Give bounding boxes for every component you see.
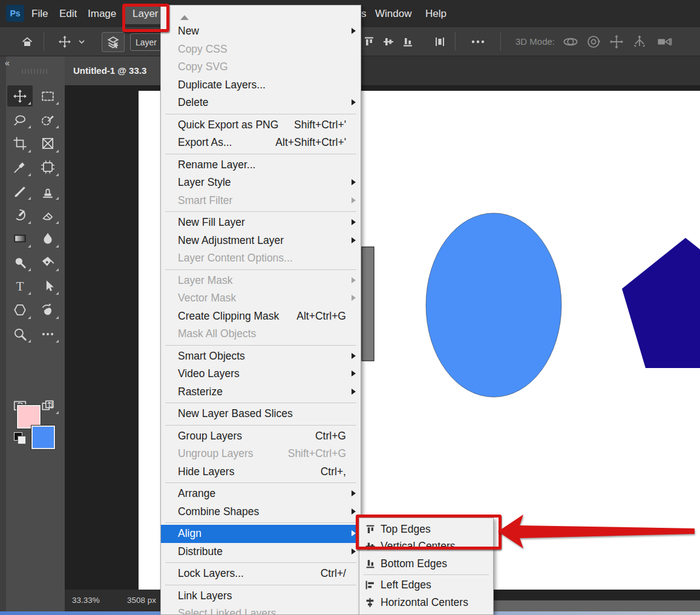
menu-item-select-linked-layers[interactable]: Select Linked Layers <box>161 605 361 615</box>
menu-item-smart-filter[interactable]: Smart Filter <box>161 192 361 210</box>
crop-tool[interactable] <box>7 133 33 154</box>
menu-item-align[interactable]: Align <box>161 525 361 543</box>
more-tool[interactable] <box>35 323 61 344</box>
3d-orbit-button[interactable] <box>561 32 580 51</box>
align-bottom-edges-option[interactable] <box>400 32 416 51</box>
panel-grip[interactable] <box>22 69 48 74</box>
menu-item-new[interactable]: New <box>161 22 361 41</box>
submenu-item-label: Left Edges <box>381 579 431 591</box>
submenu-item-vertical-centers[interactable]: Vertical Centers <box>359 538 493 556</box>
3d-camera-button[interactable] <box>655 32 675 51</box>
path-select-icon <box>41 279 55 294</box>
3d-roll-button[interactable] <box>584 32 603 51</box>
menu-item-shortcut: Alt+Ctrl+G <box>296 310 346 323</box>
brush-tool[interactable] <box>7 180 33 202</box>
move-tool-option-button[interactable] <box>56 32 74 51</box>
selection-brush-tool[interactable] <box>35 109 61 130</box>
home-icon <box>21 35 34 48</box>
collapse-panel-icon[interactable]: « <box>5 58 10 68</box>
lasso-tool[interactable] <box>7 109 33 130</box>
menu-item-distribute[interactable]: Distribute <box>161 543 361 561</box>
clone-stamp-tool[interactable] <box>35 180 61 202</box>
submenu-item-bottom-edges[interactable]: Bottom Edges <box>359 555 493 573</box>
menu-item-rename-layer[interactable]: Rename Layer... <box>161 156 361 174</box>
type-tool[interactable]: T <box>7 275 33 297</box>
blue-ellipse-shape[interactable] <box>426 213 561 397</box>
menu-item-smart-objects[interactable]: Smart Objects <box>161 347 361 366</box>
more-options-button[interactable] <box>466 32 490 51</box>
swap-colors-icon[interactable]: ⇄ <box>45 401 56 409</box>
menu-item-label: Vector Mask <box>178 292 236 304</box>
menu-item-delete[interactable]: Delete <box>161 94 361 112</box>
shape-tool[interactable] <box>7 300 33 321</box>
align-top-edges-option[interactable] <box>361 32 377 51</box>
menu-item-group-layers[interactable]: Group LayersCtrl+G <box>161 427 361 446</box>
3d-slide-button[interactable] <box>630 32 649 51</box>
menu-item-layer-content-options[interactable]: Layer Content Options... <box>161 249 361 268</box>
gray-rectangle-shape[interactable] <box>362 247 374 361</box>
default-colors-icon[interactable] <box>14 432 26 444</box>
menubar-item-layer[interactable]: Layer <box>125 4 166 24</box>
3d-pan-button[interactable] <box>607 32 626 51</box>
move-tool[interactable] <box>7 85 33 107</box>
eyedropper-tool[interactable] <box>7 157 33 178</box>
menu-item-copy-css[interactable]: Copy CSS <box>161 41 361 59</box>
gradient-tool[interactable] <box>7 228 33 249</box>
align-vertical-centers-option[interactable] <box>381 32 396 51</box>
dodge-tool[interactable] <box>7 252 33 273</box>
menu-item-copy-svg[interactable]: Copy SVG <box>161 58 361 76</box>
menu-item-link-layers[interactable]: Link Layers <box>161 587 361 605</box>
home-button[interactable] <box>17 32 38 51</box>
chevron-down-icon <box>77 38 86 46</box>
menu-item-label: Distribute <box>178 545 223 558</box>
menu-item-layer-style[interactable]: Layer Style <box>161 174 361 192</box>
menu-item-label: Video Layers <box>178 367 240 380</box>
menu-item-ungroup-layers[interactable]: Ungroup LayersShift+Ctrl+G <box>161 445 361 463</box>
3d-slide-icon <box>632 34 647 50</box>
menu-item-video-layers[interactable]: Video Layers <box>161 365 361 383</box>
history-brush-tool[interactable] <box>7 205 33 226</box>
menu-item-arrange[interactable]: Arrange <box>161 485 361 503</box>
menu-item-vector-mask[interactable]: Vector Mask <box>161 289 361 308</box>
menu-item-label: Select Linked Layers <box>178 607 276 615</box>
zoom-level-field[interactable]: 33.33% <box>72 596 100 605</box>
menubar-item-edit[interactable]: Edit <box>56 0 80 27</box>
menubar-item-window[interactable]: Window <box>371 0 415 27</box>
submenu-item-top-edges[interactable]: Top Edges <box>359 521 493 538</box>
align-bottom-edges-icon <box>402 36 414 48</box>
menu-item-mask-all-objects[interactable]: Mask All Objects <box>161 325 361 343</box>
patch-tool[interactable] <box>35 157 61 178</box>
menubar-item-file[interactable]: File <box>28 0 51 27</box>
menu-item-new-layer-based-slices[interactable]: New Layer Based Slices <box>161 405 361 423</box>
submenu-item-left-edges[interactable]: Left Edges <box>359 577 493 594</box>
rectangular-marquee-tool[interactable] <box>35 85 61 107</box>
auto-select-layers-button[interactable] <box>102 32 125 52</box>
distribute-option[interactable] <box>432 32 448 51</box>
move-options-chevron[interactable] <box>76 32 87 51</box>
menu-item-new-fill-layer[interactable]: New Fill Layer <box>161 214 361 232</box>
menu-item-lock-layers[interactable]: Lock Layers...Ctrl+/ <box>161 565 361 583</box>
eraser-tool[interactable] <box>35 205 61 226</box>
menu-item-rasterize[interactable]: Rasterize <box>161 383 361 401</box>
menu-item-new-adjustment-layer[interactable]: New Adjustment Layer <box>161 232 361 250</box>
menu-item-duplicate-layers[interactable]: Duplicate Layers... <box>161 76 361 94</box>
hand-tool[interactable] <box>35 300 61 321</box>
eraser-icon <box>41 208 55 222</box>
menubar-item-image[interactable]: Image <box>84 0 120 27</box>
zoom-tool[interactable] <box>7 323 33 344</box>
menu-item-quick-export-as-png[interactable]: Quick Export as PNGShift+Ctrl+' <box>161 116 361 134</box>
menu-item-hide-layers[interactable]: Hide LayersCtrl+, <box>161 463 361 481</box>
distribute-icon <box>434 36 446 48</box>
frame-tool[interactable] <box>35 133 61 154</box>
background-color-swatch[interactable] <box>31 426 55 449</box>
path-select-tool[interactable] <box>35 275 61 297</box>
menu-item-combine-shapes[interactable]: Combine Shapes <box>161 503 361 521</box>
menu-scroll-up-icon[interactable] <box>161 13 361 22</box>
blur-tool[interactable] <box>35 228 61 249</box>
menu-item-layer-mask[interactable]: Layer Mask <box>161 272 361 290</box>
menu-item-export-as[interactable]: Export As...Alt+Shift+Ctrl+' <box>161 134 361 152</box>
menubar-item-help[interactable]: Help <box>422 0 450 27</box>
pen-tool[interactable] <box>35 252 61 273</box>
submenu-item-horizontal-centers[interactable]: Horizontal Centers <box>359 594 493 611</box>
menu-item-create-clipping-mask[interactable]: Create Clipping MaskAlt+Ctrl+G <box>161 308 361 326</box>
